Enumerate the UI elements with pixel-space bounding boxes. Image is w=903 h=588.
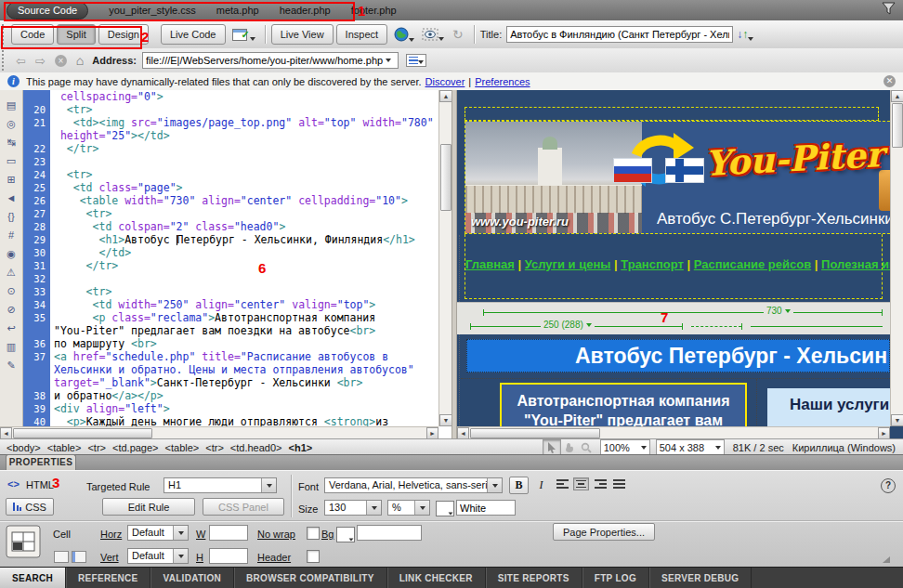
design-horizontal-scrollbar[interactable]: ◄ ► <box>457 426 890 439</box>
header-checkbox[interactable] <box>307 550 320 563</box>
live-code-button[interactable]: Live Code <box>161 24 226 45</box>
help-icon[interactable]: ? <box>881 478 896 493</box>
recent-snippets-icon[interactable]: ▥ <box>2 337 20 356</box>
code-hscroll-thumb[interactable] <box>13 428 152 438</box>
nav-link[interactable]: Услуги и цены <box>525 257 611 271</box>
stop-icon[interactable]: × <box>55 55 67 67</box>
select-parent-tag-icon[interactable]: ◄ <box>2 189 20 207</box>
code-navigator-icon[interactable]: ◎ <box>2 114 20 133</box>
text-color-input[interactable] <box>456 500 516 516</box>
results-tab-reference[interactable]: REFERENCE <box>66 568 150 588</box>
site-banner[interactable]: www.you-piter.ru You-Piter Автобус С.Пет… <box>465 121 890 234</box>
size-select[interactable]: 130 <box>324 500 382 516</box>
table-width-total[interactable]: 730 <box>764 306 793 316</box>
expand-all-icon[interactable]: ⊞ <box>2 170 20 189</box>
text-color-swatch[interactable] <box>436 501 454 516</box>
promo-cell[interactable]: Автотранспортная компания "You-Piter" пр… <box>500 383 747 426</box>
home-icon[interactable]: ⌂ <box>76 53 84 68</box>
page-heading[interactable]: Автобус Петербург - Хельсин <box>466 339 890 372</box>
forward-icon[interactable]: ⇨ <box>35 54 46 68</box>
design-scroll-up-icon[interactable]: ▲ <box>891 90 903 102</box>
page-properties-button[interactable]: Page Properties... <box>553 523 655 541</box>
discover-link[interactable]: Discover <box>425 76 465 87</box>
preview-in-browser-icon[interactable] <box>394 27 414 42</box>
align-center-icon[interactable] <box>573 477 589 490</box>
select-tool-icon[interactable] <box>543 439 561 455</box>
collapse-full-tag-icon[interactable]: ↹ <box>2 133 20 151</box>
css-panel-button[interactable]: CSS Panel <box>203 498 284 516</box>
design-vscroll-thumb[interactable] <box>892 103 903 148</box>
related-file-tab[interactable]: footer.php <box>351 5 397 16</box>
column-width-label[interactable]: 250 (288) <box>541 320 595 330</box>
highlight-invalid-code-icon[interactable]: ◉ <box>2 244 20 263</box>
results-tab-browser-compatibility[interactable]: BROWSER COMPATIBILITY <box>234 568 387 588</box>
magnification-select[interactable]: 100% <box>600 439 650 455</box>
back-icon[interactable]: ⇦ <box>16 54 26 68</box>
tag-selector-item[interactable]: <table> <box>47 442 82 453</box>
bg-color-swatch[interactable] <box>336 527 355 542</box>
apply-comment-icon[interactable]: ⊙ <box>2 281 20 300</box>
nav-link[interactable]: Транспорт <box>621 257 684 271</box>
properties-tab[interactable]: PROPERTIES <box>6 454 76 470</box>
cell-width-input[interactable] <box>209 525 248 541</box>
open-documents-icon[interactable]: ▤ <box>2 96 20 114</box>
design-hscroll-thumb[interactable] <box>470 428 600 438</box>
address-input[interactable] <box>142 52 399 69</box>
design-canvas[interactable]: www.you-piter.ru You-Piter Автобус С.Пет… <box>457 90 890 426</box>
move-css-icon[interactable]: ✎ <box>2 356 20 374</box>
bold-button[interactable]: B <box>509 477 529 494</box>
merge-cells-icon[interactable] <box>54 551 69 563</box>
source-code-tab[interactable]: Source Code <box>7 2 88 20</box>
view-options-icon[interactable] <box>406 54 426 67</box>
font-select[interactable]: Verdana, Arial, Helvetica, sans-serif <box>324 477 503 493</box>
design-scroll-down-icon[interactable]: ▼ <box>891 414 903 426</box>
related-file-tab[interactable]: meta.php <box>216 5 259 16</box>
results-tab-validation[interactable]: VALIDATION <box>150 568 234 588</box>
visual-aids-icon[interactable] <box>422 28 444 41</box>
toolbar-grip[interactable] <box>2 24 9 45</box>
related-file-tab[interactable]: header.php <box>280 5 331 16</box>
close-info-bar-icon[interactable]: ✕ <box>883 75 896 87</box>
tag-selector-item[interactable]: <tr> <box>205 442 224 453</box>
syntax-error-alerts-icon[interactable]: ⚠ <box>2 263 20 281</box>
tag-selector-item[interactable]: <td.page> <box>112 442 159 453</box>
wrap-tag-icon[interactable]: ↩ <box>2 319 20 337</box>
code-editor[interactable]: cellspacing="0">20 <tr>21 <td><img src="… <box>23 90 438 426</box>
filter-related-files-icon[interactable] <box>882 2 896 19</box>
code-horizontal-scrollbar[interactable]: ◄ ► <box>0 426 438 439</box>
edit-rule-button[interactable]: Edit Rule <box>102 498 195 516</box>
remove-comment-icon[interactable]: ⊘ <box>2 300 20 319</box>
design-view-button[interactable]: Design <box>98 24 149 45</box>
split-cell-icon[interactable] <box>72 551 86 563</box>
results-tab-server-debug[interactable]: SERVER DEBUG <box>649 568 752 588</box>
scroll-up-icon[interactable]: ▲ <box>439 90 452 102</box>
code-view-button[interactable]: Code <box>11 24 54 45</box>
code-vscroll-thumb[interactable] <box>440 144 452 211</box>
design-vertical-scrollbar[interactable]: ▲ ▼ <box>890 90 903 426</box>
live-view-button[interactable]: Live View <box>271 24 334 45</box>
horz-select[interactable]: Default <box>127 525 189 541</box>
tag-selector-item[interactable]: <table> <box>165 442 200 453</box>
split-view-button[interactable]: Split <box>57 24 95 45</box>
tag-selector-item[interactable]: <tr> <box>87 442 106 453</box>
related-file-tab[interactable]: you_piter_style.css <box>109 5 196 16</box>
address-dropdown-icon[interactable] <box>386 59 391 62</box>
results-tab-search[interactable]: SEARCH <box>0 568 66 588</box>
nowrap-checkbox[interactable] <box>307 527 320 540</box>
title-input[interactable] <box>506 26 733 43</box>
results-tab-ftp-log[interactable]: FTP LOG <box>582 568 649 588</box>
file-management-icon[interactable]: ↓↑ <box>737 28 753 41</box>
size-unit-select[interactable]: % <box>387 500 430 516</box>
tag-selector-item[interactable]: <h1> <box>289 442 313 453</box>
panel-resize-icon[interactable] <box>883 556 890 563</box>
bg-color-input[interactable] <box>357 525 422 541</box>
preferences-link[interactable]: Preferences <box>475 76 530 87</box>
window-size-select[interactable]: 504 x 388 <box>656 439 725 455</box>
align-left-icon[interactable] <box>555 477 570 490</box>
collapse-selection-icon[interactable]: ▭ <box>2 151 20 170</box>
tag-selector-item[interactable]: <body> <box>7 442 41 453</box>
refresh-icon[interactable]: ↻ <box>452 27 464 42</box>
css-mode-button[interactable]: CSS <box>6 498 54 516</box>
targeted-rule-select[interactable]: H1 <box>164 477 277 493</box>
table-row-outline[interactable] <box>465 107 879 121</box>
